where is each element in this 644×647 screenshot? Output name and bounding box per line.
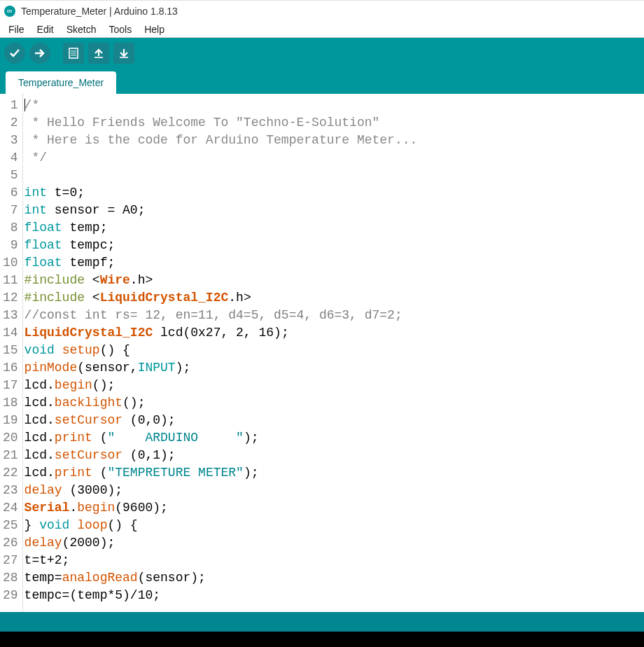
menu-tools[interactable]: Tools (104, 22, 138, 36)
code-line[interactable]: #include <LiquidCrystal_I2C.h> (24, 289, 418, 307)
code-line[interactable]: lcd.print (" ARDUINO "); (24, 429, 418, 447)
code-line[interactable]: pinMode(sensor,INPUT); (24, 359, 418, 377)
code-area[interactable]: /* * Hello Friends Welcome To "Techno-E-… (23, 94, 418, 612)
code-line[interactable]: lcd.begin(); (24, 377, 418, 394)
line-number: 14 (3, 324, 18, 342)
code-line[interactable]: /* (24, 97, 418, 114)
code-token: Wire (100, 273, 130, 287)
code-line[interactable]: Serial.begin(9600); (24, 499, 418, 517)
code-line[interactable]: t=t+2; (24, 552, 418, 569)
code-token: lcd. (24, 413, 55, 427)
code-token: lcd(0x27, 2, 16); (153, 326, 288, 340)
open-button[interactable] (88, 43, 109, 64)
code-token: */ (24, 151, 47, 165)
code-token: .h> (228, 291, 251, 305)
code-line[interactable]: //const int rs= 12, en=11, d4=5, d5=4, d… (24, 307, 418, 324)
line-number: 8 (3, 219, 18, 237)
window-title: Temperature_Meter | Arduino 1.8.13 (21, 6, 178, 17)
code-line[interactable]: temp=analogRead(sensor); (24, 569, 418, 587)
code-token: setCursor (55, 413, 122, 427)
menu-help[interactable]: Help (139, 22, 170, 36)
code-token: void (24, 343, 55, 357)
code-token: //const int rs= 12, en=11, d4=5, d5=4, d… (24, 308, 402, 322)
arduino-app-icon (4, 6, 15, 17)
line-number: 19 (3, 412, 18, 429)
line-number: 24 (3, 499, 18, 517)
code-line[interactable]: float tempf; (24, 254, 418, 272)
line-number: 18 (3, 394, 18, 412)
code-token: delay (24, 536, 62, 550)
tab-sketch[interactable]: Temperature_Meter (6, 71, 116, 94)
code-line[interactable]: #include <Wire.h> (24, 272, 418, 289)
save-button[interactable] (113, 43, 134, 64)
code-token: #include (24, 291, 92, 305)
line-number: 22 (3, 464, 18, 482)
arrow-down-icon (118, 47, 130, 60)
code-token: loop (77, 518, 107, 532)
code-token: () { (100, 343, 130, 357)
code-token: int (24, 186, 47, 200)
menu-edit[interactable]: Edit (31, 22, 59, 36)
line-number: 1 (3, 97, 18, 114)
code-token: void (39, 518, 69, 532)
code-line[interactable]: lcd.setCursor (0,0); (24, 412, 418, 429)
code-token: (sensor); (138, 571, 206, 585)
code-token: (sensor, (77, 361, 137, 375)
verify-button[interactable] (4, 43, 25, 64)
line-number: 6 (3, 184, 18, 202)
code-token: "TEMPRETURE METER" (107, 466, 243, 480)
new-file-icon (67, 47, 80, 60)
line-number: 15 (3, 342, 18, 359)
code-token: ( (92, 431, 108, 445)
menu-file[interactable]: File (3, 22, 30, 36)
code-line[interactable]: int sensor = A0; (24, 202, 418, 219)
code-token: (); (92, 378, 115, 392)
new-button[interactable] (63, 43, 84, 64)
menu-sketch[interactable]: Sketch (61, 22, 102, 36)
code-line[interactable] (24, 167, 418, 184)
code-token: print (55, 466, 92, 480)
code-line[interactable]: delay (3000); (24, 482, 418, 499)
code-line[interactable]: void setup() { (24, 342, 418, 359)
code-token: backlight (55, 396, 122, 410)
code-token: () { (107, 518, 137, 532)
code-line[interactable]: lcd.setCursor (0,1); (24, 447, 418, 464)
line-number: 20 (3, 429, 18, 447)
titlebar: Temperature_Meter | Arduino 1.8.13 (0, 0, 644, 21)
code-token: /* (24, 98, 40, 112)
code-token: (9600); (115, 501, 168, 515)
code-line[interactable]: lcd.backlight(); (24, 394, 418, 412)
editor[interactable]: 1234567891011121314151617181920212223242… (0, 94, 644, 612)
code-line[interactable]: float tempc; (24, 237, 418, 254)
line-number: 9 (3, 237, 18, 254)
check-icon (8, 47, 21, 60)
code-line[interactable]: tempc=(temp*5)/10; (24, 587, 418, 604)
code-token: * Hello Friends Welcome To "Techno-E-Sol… (24, 116, 380, 130)
code-token: t=t+2; (24, 553, 70, 567)
code-line[interactable]: lcd.print ("TEMPRETURE METER"); (24, 464, 418, 482)
code-token: LiquidCrystal_I2C (100, 291, 229, 305)
code-line[interactable]: LiquidCrystal_I2C lcd(0x27, 2, 16); (24, 324, 418, 342)
code-line[interactable]: int t=0; (24, 184, 418, 202)
line-number: 13 (3, 307, 18, 324)
code-token: print (55, 431, 92, 445)
code-line[interactable]: * Here is the code for Arduino Temperatu… (24, 132, 418, 149)
line-number: 3 (3, 132, 18, 149)
code-token: Serial (24, 501, 70, 515)
code-line[interactable]: } void loop() { (24, 517, 418, 534)
code-line[interactable]: */ (24, 149, 418, 167)
line-number: 4 (3, 149, 18, 167)
line-number: 21 (3, 447, 18, 464)
upload-button[interactable] (29, 43, 50, 64)
menubar: File Edit Sketch Tools Help (0, 21, 644, 38)
code-line[interactable]: delay(2000); (24, 534, 418, 552)
line-number: 11 (3, 272, 18, 289)
code-line[interactable]: float temp; (24, 219, 418, 237)
code-token: .h> (130, 273, 153, 287)
code-token: float (24, 221, 62, 235)
code-token: ( (92, 466, 108, 480)
code-token: ); (176, 361, 191, 375)
line-number: 28 (3, 569, 18, 587)
code-token: INPUT (138, 361, 176, 375)
code-line[interactable]: * Hello Friends Welcome To "Techno-E-Sol… (24, 114, 418, 132)
